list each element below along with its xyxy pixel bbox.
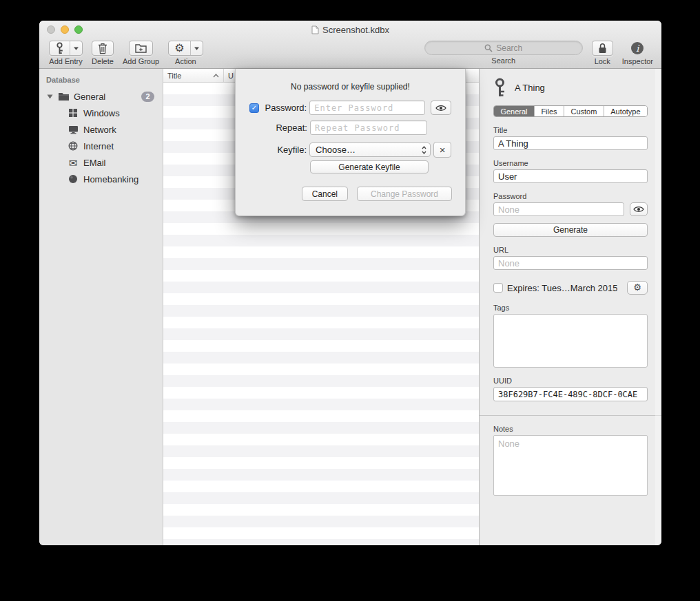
trash-icon xyxy=(98,43,107,54)
column-header-title[interactable]: Title xyxy=(163,69,224,82)
inspector-header: A Thing xyxy=(480,69,661,97)
show-password-button[interactable] xyxy=(431,101,451,115)
sidebar-item-general[interactable]: General 2 xyxy=(39,88,163,105)
network-icon xyxy=(67,125,79,134)
globe-icon xyxy=(67,141,79,151)
dialog-keyfile-label: Keyfile: xyxy=(249,145,307,155)
sidebar: Database General 2 Windows xyxy=(39,69,163,545)
inspector-toggle-button[interactable] xyxy=(631,41,644,56)
section-divider xyxy=(480,415,661,416)
add-entry-button[interactable] xyxy=(50,41,70,55)
inspector-panel: A Thing General Files Custom Autotype Ti… xyxy=(479,69,661,545)
key-icon xyxy=(493,78,506,97)
gear-icon xyxy=(174,43,184,54)
homebanking-icon xyxy=(67,174,79,184)
tab-files[interactable]: Files xyxy=(534,106,564,116)
change-password-button[interactable]: Change Password xyxy=(357,187,452,201)
entry-title: A Thing xyxy=(515,83,545,93)
inspector-label: Inspector xyxy=(622,57,653,65)
reveal-password-button[interactable] xyxy=(630,202,648,216)
folder-icon xyxy=(57,92,70,101)
sidebar-item-email[interactable]: EMail xyxy=(39,154,163,171)
password-input[interactable] xyxy=(493,202,624,216)
notes-input[interactable] xyxy=(493,435,648,496)
password-checkbox[interactable] xyxy=(249,103,259,113)
sidebar-item-network[interactable]: Network xyxy=(39,121,163,138)
dialog-password-input[interactable] xyxy=(309,101,425,115)
chevron-down-icon xyxy=(194,47,199,50)
title-input[interactable] xyxy=(493,136,648,150)
toolbar-item-search: Search Search xyxy=(424,41,583,65)
search-icon xyxy=(484,44,493,52)
tab-general[interactable]: General xyxy=(494,106,534,116)
search-input[interactable]: Search xyxy=(424,41,583,55)
inspector-scrollbar[interactable] xyxy=(655,69,661,545)
uuid-input[interactable] xyxy=(493,387,648,401)
toolbar-item-add-group: Add Group xyxy=(123,41,159,65)
clear-keyfile-button[interactable] xyxy=(433,142,451,158)
sidebar-item-windows[interactable]: Windows xyxy=(39,105,163,121)
tags-field[interactable] xyxy=(493,314,648,368)
document-proxy-icon xyxy=(311,25,319,34)
cancel-button[interactable]: Cancel xyxy=(302,187,348,201)
dialog-repeat-input[interactable] xyxy=(310,120,427,135)
username-input[interactable] xyxy=(493,169,648,183)
dialog-message: No password or keyfile supplied! xyxy=(236,82,465,92)
titlebar[interactable]: Screenshot.kdbx xyxy=(39,21,661,39)
popup-chevrons-icon xyxy=(421,145,427,155)
sidebar-item-homebanking[interactable]: Homebanking xyxy=(39,171,163,187)
count-badge: 2 xyxy=(141,92,154,102)
disclosure-triangle-icon[interactable] xyxy=(46,94,53,99)
generate-keyfile-button[interactable]: Generate Keyfile xyxy=(310,160,429,173)
dialog-password-label: Password: xyxy=(262,103,307,113)
sort-ascending-icon xyxy=(213,74,219,78)
uuid-label: UUID xyxy=(493,377,648,385)
sidebar-item-label: Homebanking xyxy=(83,174,138,184)
expires-checkbox[interactable] xyxy=(493,283,503,293)
app-window: Screenshot.kdbx Add Entry xyxy=(39,21,661,545)
search-label: Search xyxy=(491,56,515,65)
expires-row: Expires: Tues…March 2015 xyxy=(493,281,648,295)
keyfile-popup-value: Choose… xyxy=(316,145,421,155)
lock-button[interactable] xyxy=(593,41,612,55)
add-group-button[interactable] xyxy=(130,41,152,55)
toolbar: Add Entry Delete Add Group xyxy=(39,39,661,69)
tags-label: Tags xyxy=(493,304,648,312)
folder-plus-icon xyxy=(135,43,147,53)
notes-label: Notes xyxy=(493,425,648,433)
keyfile-popup[interactable]: Choose… xyxy=(309,143,431,157)
username-label: Username xyxy=(493,159,648,167)
password-label: Password xyxy=(493,192,648,200)
lock-label: Lock xyxy=(595,57,610,65)
window-title: Screenshot.kdbx xyxy=(322,25,389,35)
action-dropdown[interactable] xyxy=(190,41,203,55)
toolbar-item-add-entry: Add Entry xyxy=(49,41,83,65)
window-chrome: Screenshot.kdbx Add Entry xyxy=(39,21,661,69)
column-username-label: U xyxy=(228,72,234,80)
tab-custom[interactable]: Custom xyxy=(564,106,604,116)
title-label: Title xyxy=(493,126,648,134)
chevron-down-icon xyxy=(74,47,79,50)
tab-autotype[interactable]: Autotype xyxy=(604,106,647,116)
url-label: URL xyxy=(493,246,648,254)
action-label: Action xyxy=(175,57,196,65)
action-button[interactable] xyxy=(169,41,189,55)
sidebar-item-label: General xyxy=(74,92,105,102)
sidebar-item-internet[interactable]: Internet xyxy=(39,138,163,154)
gear-icon xyxy=(633,283,641,292)
eye-icon xyxy=(633,206,644,213)
change-password-sheet: No password or keyfile supplied! Passwor… xyxy=(235,69,466,216)
windows-icon xyxy=(67,108,79,118)
sidebar-item-label: EMail xyxy=(83,158,106,168)
add-entry-dropdown[interactable] xyxy=(70,41,82,55)
generate-password-button[interactable]: Generate xyxy=(493,223,648,237)
add-group-label: Add Group xyxy=(123,57,159,65)
sidebar-item-label: Internet xyxy=(83,141,114,151)
email-icon xyxy=(67,158,79,168)
toolbar-item-delete: Delete xyxy=(92,41,114,65)
url-input[interactable] xyxy=(493,256,648,270)
delete-label: Delete xyxy=(92,57,114,65)
delete-button[interactable] xyxy=(92,41,113,55)
add-entry-label: Add Entry xyxy=(49,57,82,65)
expires-settings-button[interactable] xyxy=(627,281,648,295)
